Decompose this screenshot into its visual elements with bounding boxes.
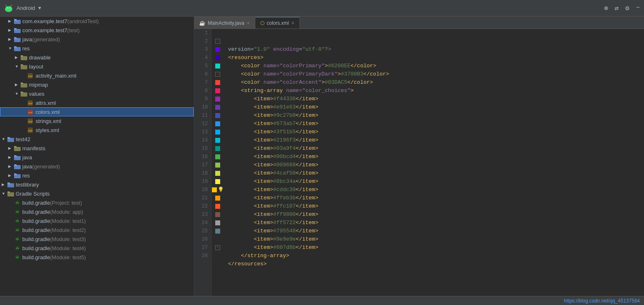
code-line-28[interactable] xyxy=(228,268,636,277)
sidebar-item-drawable[interactable]: ▶drawable xyxy=(0,53,194,62)
code-line-23[interactable]: <item>#795548</item> xyxy=(228,227,636,235)
code-line-27[interactable]: </resources> xyxy=(228,260,636,268)
color-swatch-icon[interactable] xyxy=(215,97,220,102)
tab-colors-xml[interactable]: ⬡ colors.xml × xyxy=(255,17,300,28)
sidebar-item-build-gradle-test5[interactable]: build.gradle (Module: test5) xyxy=(0,253,194,262)
sidebar-item-build-gradle-app[interactable]: build.gradle (Module: app) xyxy=(0,207,194,216)
code-line-17[interactable]: <item>#8bc34a</item> xyxy=(228,177,636,186)
fold-open-icon[interactable]: − xyxy=(215,72,220,77)
code-line-13[interactable]: <item>#03a9f4</item> xyxy=(228,144,636,153)
sidebar-item-manifests[interactable]: ▶manifests xyxy=(0,144,194,153)
gear-icon[interactable]: ⚙ xyxy=(625,4,630,12)
color-swatch-icon[interactable] xyxy=(215,88,220,93)
color-swatch-icon[interactable] xyxy=(215,130,220,135)
color-swatch-icon[interactable] xyxy=(215,64,220,69)
code-line-3[interactable]: <color name="colorPrimary">#6200EE</colo… xyxy=(228,62,636,70)
code-line-21[interactable]: <item>#ff9800</item> xyxy=(228,210,636,219)
color-swatch-icon[interactable] xyxy=(215,212,220,217)
sidebar-item-values[interactable]: ▼values xyxy=(0,89,194,98)
lightbulb-icon[interactable]: 💡 xyxy=(218,186,224,194)
sidebar-item-build-gradle-test3[interactable]: build.gradle (Module: test3) xyxy=(0,234,194,244)
sidebar-item-strings-xml[interactable]: xmlstrings.xml xyxy=(0,116,194,125)
split-icon[interactable]: ⇄ xyxy=(615,4,619,12)
color-swatch-icon[interactable] xyxy=(215,105,220,110)
sidebar-item-java-generated[interactable]: ▶java (generated) xyxy=(0,35,194,44)
code-area[interactable]: 1234567891011121314151617181920212223242… xyxy=(194,29,644,296)
sidebar-item-java-generated-test42[interactable]: ▶java (generated) xyxy=(0,162,194,171)
tab-colors-close[interactable]: × xyxy=(292,20,295,26)
sidebar-item-com-example-test7-android[interactable]: ▶com.example.test7 (androidTest) xyxy=(0,17,194,26)
item-suffix: (test) xyxy=(67,27,80,33)
sidebar-item-testlibrary[interactable]: ▶testlibrary xyxy=(0,180,194,189)
code-content[interactable]: version="1.0" encoding="utf-8"?><resourc… xyxy=(224,29,644,296)
sidebar-item-activity-main-xml[interactable]: xmlactivity_main.xml xyxy=(0,71,194,80)
tab-mainactivity-close[interactable]: × xyxy=(247,20,250,26)
code-line-4[interactable]: <color name="colorPrimaryDark">#3700B3</… xyxy=(228,70,636,78)
item-suffix: (Module: test2) xyxy=(50,227,86,233)
color-swatch-icon[interactable] xyxy=(215,113,220,118)
color-swatch-icon[interactable] xyxy=(215,196,220,201)
color-swatch-icon[interactable] xyxy=(215,146,220,151)
color-swatch-icon[interactable] xyxy=(215,138,220,143)
sidebar-item-gradle-scripts[interactable]: ▼Gradle Scripts xyxy=(0,189,194,198)
fold-close-icon[interactable]: + xyxy=(215,245,220,250)
code-line-8[interactable]: <item>#e91e63</item> xyxy=(228,103,636,111)
code-line-2[interactable]: <resources> xyxy=(228,54,636,62)
code-line-10[interactable]: <item>#673ab7</item> xyxy=(228,120,636,128)
code-line-16[interactable]: <item>#4caf50</item> xyxy=(228,169,636,177)
code-line-24[interactable]: <item>#9e9e9e</item> xyxy=(228,235,636,244)
sidebar-item-test42[interactable]: ▼test42 xyxy=(0,135,194,144)
code-line-14[interactable]: <item>#00bcd4</item> xyxy=(228,153,636,161)
code-line-6[interactable]: <string-array name="color_choices"> xyxy=(228,87,636,95)
gutter-cell-25 xyxy=(211,227,224,235)
sidebar-item-mipmap[interactable]: ▶mipmap xyxy=(0,80,194,89)
code-line-19[interactable]: <item>#ffeb3b</item> xyxy=(228,194,636,202)
sidebar-item-build-gradle-test4[interactable]: build.gradle (Module: test4) xyxy=(0,244,194,253)
code-line-11[interactable]: <item>#3f51b5</item> xyxy=(228,128,636,136)
sidebar-item-build-gradle-project[interactable]: build.gradle (Project: test) xyxy=(0,198,194,207)
color-swatch-icon[interactable] xyxy=(212,187,217,192)
color-swatch-icon[interactable] xyxy=(215,47,220,52)
color-swatch-icon[interactable] xyxy=(215,55,220,60)
code-line-7[interactable]: <item>#f44336</item> xyxy=(228,95,636,103)
color-swatch-icon[interactable] xyxy=(215,121,220,126)
color-swatch-icon[interactable] xyxy=(215,163,220,168)
sidebar-item-styles-xml[interactable]: xmlstyles.xml xyxy=(0,125,194,135)
sidebar-item-java-test42[interactable]: ▶java xyxy=(0,153,194,162)
color-swatch-icon[interactable] xyxy=(215,171,220,176)
status-bar: https://blog.csdn.net/qq_45137584 xyxy=(0,296,644,305)
code-line-26[interactable]: </string-array> xyxy=(228,252,636,260)
code-line-5[interactable]: <color name="colorAccent">#03DAC5</color… xyxy=(228,78,636,87)
color-swatch-icon[interactable] xyxy=(215,179,220,184)
sidebar-item-layout[interactable]: ▼layout xyxy=(0,62,194,71)
color-swatch-icon[interactable] xyxy=(215,154,220,159)
code-line-9[interactable]: <item>#9c27b0</item> xyxy=(228,111,636,120)
code-line-1[interactable]: version="1.0" encoding="utf-8"?> xyxy=(228,45,636,54)
tab-mainactivity[interactable]: ☕ MainActivity.java × xyxy=(194,17,255,28)
sidebar-item-res[interactable]: ▼res xyxy=(0,44,194,53)
code-line-25[interactable]: <item>#607d8b</item> xyxy=(228,244,636,252)
arrow-icon: ▶ xyxy=(15,83,20,87)
code-text: <item>#795548</item> xyxy=(228,227,318,235)
sidebar-item-build-gradle-test1[interactable]: build.gradle (Module: test1) xyxy=(0,216,194,225)
code-line-12[interactable]: <item>#2196f3</item> xyxy=(228,136,636,144)
sidebar-item-colors-xml[interactable]: xmlcolors.xml xyxy=(0,107,194,116)
color-swatch-icon[interactable] xyxy=(215,80,220,85)
color-swatch-icon[interactable] xyxy=(215,204,220,209)
color-swatch-icon[interactable] xyxy=(215,220,220,225)
sidebar-item-build-gradle-test2[interactable]: build.gradle (Module: test2) xyxy=(0,225,194,234)
sidebar-item-res-test42[interactable]: ▶res xyxy=(0,171,194,180)
line-num-28: 28 xyxy=(197,252,208,260)
code-line-22[interactable]: <item>#ff5722</item> xyxy=(228,219,636,227)
sidebar-item-com-example-test7-test[interactable]: ▶com.example.test7 (test) xyxy=(0,26,194,35)
minimize-icon[interactable]: − xyxy=(636,4,640,12)
fold-open-icon[interactable]: − xyxy=(215,39,220,44)
globe-icon[interactable]: ⊕ xyxy=(604,4,608,12)
code-line-18[interactable]: <item>#cddc39</item> xyxy=(228,186,636,194)
color-swatch-icon[interactable] xyxy=(215,229,220,234)
code-line-15[interactable]: <item>#009688</item> xyxy=(228,161,636,169)
sidebar-item-attrs-xml[interactable]: xmlattrs.xml xyxy=(0,98,194,107)
dropdown-arrow-icon[interactable]: ▼ xyxy=(38,6,41,11)
arrow-icon: ▼ xyxy=(15,64,20,69)
code-line-20[interactable]: <item>#ffc107</item> xyxy=(228,202,636,210)
